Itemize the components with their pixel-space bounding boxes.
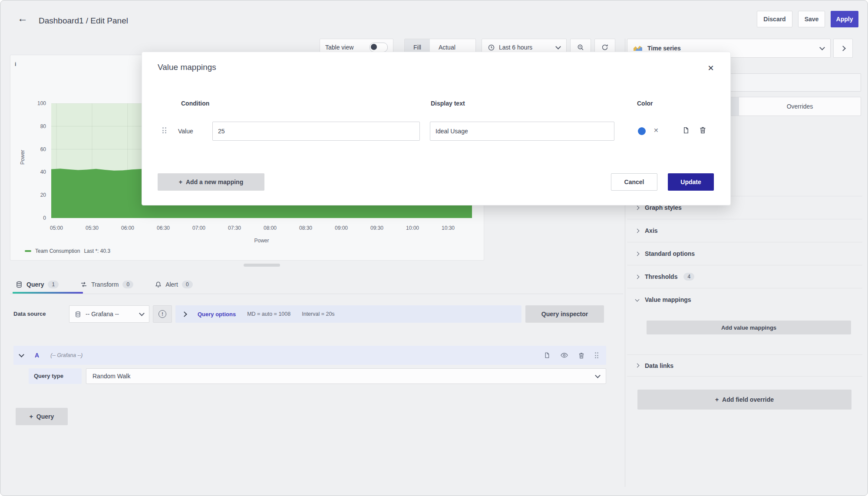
tab-query-count: 1 <box>48 281 59 288</box>
datasource-help-button[interactable]: ! <box>153 305 172 323</box>
x-tick-label: 06:00 <box>112 225 143 231</box>
mapping-color-clear-icon[interactable]: ✕ <box>653 127 659 134</box>
legend-last-value: Last *: 40.3 <box>84 248 110 254</box>
modal-title: Value mappings <box>158 63 216 72</box>
section-label: Standard options <box>645 250 695 257</box>
zoom-out-icon <box>577 44 584 51</box>
chevron-down-icon <box>555 44 561 50</box>
options-section-thresholds[interactable]: Thresholds4 <box>627 265 862 288</box>
options-section-standard-options[interactable]: Standard options <box>627 242 862 265</box>
mapping-drag-handle-icon[interactable] <box>162 127 166 133</box>
modal-close-button[interactable]: ✕ <box>704 62 717 75</box>
panel-resize-handle[interactable] <box>244 264 280 267</box>
add-query-button[interactable]: + Query <box>16 408 68 425</box>
add-value-mappings-button[interactable]: Add value mappings <box>647 321 851 334</box>
query-row-header[interactable]: A (-- Grafana --) <box>13 346 606 365</box>
x-tick-label: 09:30 <box>362 225 392 231</box>
clock-icon <box>488 44 495 51</box>
section-label: Thresholds <box>645 273 677 280</box>
x-tick-label: 08:30 <box>290 225 321 231</box>
page-title: Dashboard1 / Edit Panel <box>39 16 128 26</box>
add-query-label: Query <box>36 413 54 420</box>
discard-button[interactable]: Discard <box>757 11 792 27</box>
question-circle-icon: ! <box>158 310 166 318</box>
database-icon <box>16 281 23 288</box>
plus-icon: + <box>715 396 719 403</box>
query-options-link[interactable]: Query options <box>198 311 236 317</box>
options-section-axis[interactable]: Axis <box>627 219 862 242</box>
interval-text: Interval = 20s <box>302 311 334 317</box>
query-type-label: Query type <box>29 368 82 384</box>
add-new-mapping-label: Add a new mapping <box>186 179 243 185</box>
datasource-picker[interactable]: -- Grafana -- <box>69 305 149 323</box>
options-section-data-links[interactable]: Data links <box>627 354 862 377</box>
chevron-down-icon <box>819 45 825 50</box>
duplicate-mapping-icon[interactable] <box>682 126 690 134</box>
y-tick-label: 60 <box>26 146 46 152</box>
plus-icon: + <box>179 179 182 185</box>
mapping-condition-input[interactable] <box>212 122 420 141</box>
apply-button[interactable]: Apply <box>831 11 858 27</box>
x-tick-label: 10:00 <box>397 225 428 231</box>
panel-info-icon[interactable]: i <box>15 61 16 67</box>
chevron-down-icon <box>139 311 145 316</box>
delete-mapping-trash-icon[interactable] <box>700 126 706 134</box>
collapse-options-pane-button[interactable] <box>833 39 853 58</box>
add-new-mapping-button[interactable]: + Add a new mapping <box>158 173 264 191</box>
cancel-button[interactable]: Cancel <box>611 173 657 191</box>
x-tick-label: 07:30 <box>219 225 250 231</box>
tab-transform-count: 0 <box>122 281 133 288</box>
disable-query-eye-icon[interactable] <box>561 352 568 358</box>
tab-alert-label: Alert <box>165 281 178 288</box>
x-tick-label: 06:30 <box>148 225 178 231</box>
chevron-right-icon <box>635 205 640 210</box>
query-row-actions <box>544 352 599 359</box>
tabbar-divider <box>10 294 623 294</box>
section-count-badge: 4 <box>683 273 694 281</box>
editor-tabs: Query 1 Transform 0 Alert 0 <box>16 277 193 292</box>
drag-handle-icon[interactable] <box>595 352 599 358</box>
y-tick-label: 40 <box>26 169 46 175</box>
x-axis-title: Power <box>50 238 473 244</box>
duplicate-query-icon[interactable] <box>544 352 550 359</box>
tab-alert[interactable]: Alert 0 <box>155 281 192 288</box>
y-tick-label: 80 <box>26 123 46 129</box>
refresh-icon <box>601 44 608 51</box>
save-button[interactable]: Save <box>798 11 825 27</box>
grafana-edit-panel-window: ← Dashboard1 / Edit Panel Discard Save A… <box>0 0 868 496</box>
update-button[interactable]: Update <box>668 173 714 191</box>
x-tick-label: 08:00 <box>255 225 285 231</box>
chevron-right-icon <box>635 364 640 368</box>
back-button[interactable]: ← <box>16 12 29 25</box>
datasource-label: Data source <box>13 304 46 324</box>
chart-legend[interactable]: Team Consumption Last *: 40.3 <box>25 248 110 254</box>
collapse-chevron-icon[interactable] <box>19 352 24 357</box>
mapping-display-text-input[interactable] <box>430 122 614 141</box>
y-tick-label: 0 <box>26 215 46 221</box>
query-type-select[interactable]: Random Walk <box>86 368 606 384</box>
query-editor-row: A (-- Grafana --) Query type Random Walk <box>13 346 606 365</box>
x-tick-label: 07:00 <box>184 225 214 231</box>
chevron-down-icon <box>635 298 640 302</box>
y-axis-label: Power <box>20 141 26 174</box>
chevron-right-icon <box>635 228 640 233</box>
table-view-toggle[interactable] <box>370 43 388 52</box>
query-inspector-button[interactable]: Query inspector <box>525 305 604 323</box>
tab-transform[interactable]: Transform 0 <box>80 281 133 288</box>
section-label: Axis <box>645 227 658 234</box>
mapping-color-swatch[interactable] <box>638 127 646 135</box>
query-ref-id: A <box>35 352 39 359</box>
delete-query-trash-icon[interactable] <box>578 352 584 359</box>
x-tick-label: 09:00 <box>326 225 356 231</box>
plus-icon: + <box>30 413 33 420</box>
tab-overrides[interactable]: Overrides <box>739 97 861 116</box>
x-tick-label: 05:30 <box>77 225 107 231</box>
section-label: Value mappings <box>645 296 691 303</box>
legend-series-name: Team Consumption <box>35 248 80 254</box>
chevron-right-icon <box>635 274 640 279</box>
tab-alert-count: 0 <box>182 281 193 288</box>
x-tick-label: 05:00 <box>41 225 72 231</box>
tab-query[interactable]: Query 1 <box>16 281 59 288</box>
add-field-override-button[interactable]: + Add field override <box>637 390 851 410</box>
time-range-label: Last 6 hours <box>499 44 532 51</box>
